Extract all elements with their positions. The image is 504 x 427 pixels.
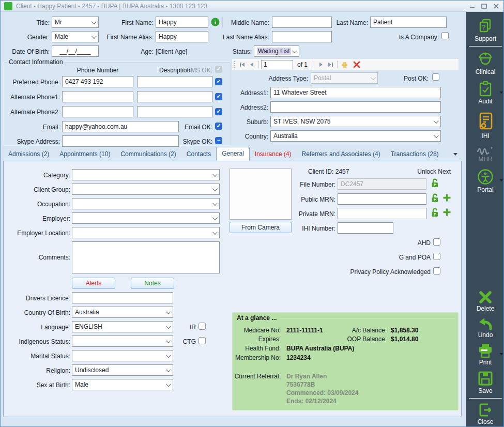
last-record-icon[interactable] (326, 60, 335, 69)
skype-address-field[interactable] (62, 135, 179, 147)
unlock-icon[interactable] (430, 207, 439, 218)
tab-overflow-icon[interactable] (453, 153, 457, 156)
audit-dropdown-icon[interactable] (500, 91, 503, 94)
tab-insurance[interactable]: Insurance (4) (250, 148, 297, 161)
alternate-phone2-description-field[interactable] (137, 106, 212, 117)
ac-balance-label: A/c Balance: (340, 327, 387, 334)
g-and-poa-checkbox[interactable] (433, 253, 440, 260)
audit-button[interactable]: Audit (466, 81, 504, 105)
portal-button[interactable]: Portal (466, 168, 504, 193)
employer-select[interactable] (72, 212, 220, 224)
add-mrn-icon[interactable] (442, 193, 451, 202)
indigenous-status-select[interactable] (72, 335, 173, 347)
close-button[interactable]: Close (466, 402, 504, 425)
marital-status-select[interactable] (72, 350, 173, 361)
country-select[interactable]: Australia (270, 130, 441, 142)
phone-number-column-header: Phone Number (62, 67, 133, 74)
private-mrn-field[interactable] (338, 208, 426, 219)
tab-general[interactable]: General (216, 147, 250, 161)
ahd-checkbox[interactable] (433, 238, 440, 246)
address2-field[interactable] (270, 101, 441, 113)
first-record-icon[interactable] (238, 60, 247, 69)
first-name-field[interactable]: Happy (156, 17, 208, 28)
title-select[interactable]: Mr (52, 17, 99, 28)
first-name-alias-field[interactable]: Happy (156, 31, 208, 42)
unlock-icon[interactable] (430, 193, 439, 203)
close-window-button[interactable] (491, 2, 501, 10)
tab-communications[interactable]: Communications (2) (115, 148, 181, 161)
add-address-icon[interactable] (340, 60, 349, 69)
print-button[interactable]: Print (466, 343, 504, 366)
comments-textarea[interactable] (72, 241, 220, 273)
info-icon[interactable]: i (211, 18, 220, 26)
client-group-select[interactable] (72, 184, 220, 195)
country-of-birth-label: Country Of Birth: (13, 309, 70, 316)
status-select[interactable]: Waiting List (254, 45, 299, 57)
country-of-birth-select[interactable]: Australia (72, 307, 173, 318)
skype-ok-checkbox[interactable] (215, 137, 222, 144)
middle-name-field[interactable] (272, 17, 332, 28)
print-icon (477, 343, 494, 358)
client-photo-placeholder (230, 169, 292, 220)
alternate-phone1-sms-checkbox[interactable] (215, 93, 222, 100)
print-dropdown-icon[interactable] (500, 353, 503, 355)
next-record-icon[interactable] (316, 60, 326, 69)
religion-select[interactable]: Undisclosed (72, 364, 173, 376)
clinical-button[interactable]: Clinical (466, 50, 504, 75)
save-button[interactable]: Save (466, 370, 504, 394)
tab-referrers[interactable]: Referrers and Associates (4) (297, 148, 386, 161)
alternate-phone2-sms-checkbox[interactable] (215, 108, 222, 115)
alternate-phone1-field[interactable] (62, 91, 133, 102)
divider (469, 46, 502, 47)
post-ok-checkbox[interactable] (432, 73, 439, 81)
delete-button[interactable]: Delete (466, 290, 504, 312)
alternate-phone2-field[interactable] (62, 106, 133, 117)
privacy-policy-checkbox[interactable] (433, 267, 440, 274)
employer-location-select[interactable] (72, 227, 220, 238)
suburb-select[interactable]: ST IVES, NSW 2075 (270, 116, 441, 127)
preferred-phone-field[interactable]: 0427 493 192 (62, 76, 133, 87)
public-mrn-field[interactable] (338, 193, 426, 205)
ihi-number-field[interactable] (338, 222, 393, 234)
ihi-button[interactable]: IHI (466, 111, 504, 140)
ir-checkbox[interactable] (198, 323, 206, 330)
gender-select[interactable]: Male (52, 31, 99, 42)
drivers-licence-field[interactable] (72, 292, 173, 303)
tab-transactions[interactable]: Transactions (28) (386, 148, 444, 161)
preferred-phone-description-field[interactable] (137, 76, 212, 87)
address1-field[interactable]: 11 Whatever Street (270, 87, 441, 98)
last-name-field[interactable]: Patient (370, 17, 447, 28)
email-field[interactable]: happy@yahoo.com.au (62, 121, 179, 132)
is-a-company-checkbox[interactable] (441, 32, 449, 39)
last-name-alias-field[interactable] (272, 31, 332, 42)
tab-contacts[interactable]: Contacts (181, 148, 216, 161)
tab-admissions[interactable]: Admissions (2) (3, 148, 54, 161)
ctg-checkbox[interactable] (198, 337, 206, 344)
preferred-phone-sms-checkbox[interactable] (215, 78, 222, 85)
grip-handle-icon[interactable] (234, 61, 236, 68)
dob-field[interactable]: __/__/____ (52, 45, 99, 57)
sex-at-birth-select[interactable]: Male (72, 379, 173, 390)
minimize-button[interactable] (467, 2, 478, 10)
email-ok-checkbox[interactable] (215, 123, 222, 130)
undo-button[interactable]: Undo (466, 316, 504, 339)
language-select[interactable]: ENGLISH (72, 321, 173, 332)
ctg-label: CTG (180, 338, 196, 345)
tab-appointments[interactable]: Appointments (10) (54, 148, 115, 161)
record-number-field[interactable]: 1 (261, 60, 293, 69)
unlock-icon[interactable] (430, 178, 439, 188)
delete-address-icon[interactable] (352, 60, 361, 69)
previous-record-icon[interactable] (247, 60, 256, 69)
category-select[interactable] (72, 169, 220, 180)
from-camera-button[interactable]: From Camera (230, 222, 292, 233)
email-label: Email: (24, 124, 60, 131)
alerts-button[interactable]: Alerts (72, 278, 115, 289)
sms-ok-checkbox (215, 66, 222, 73)
portal-dropdown-icon[interactable] (500, 179, 503, 181)
notes-button[interactable]: Notes (131, 278, 174, 289)
occupation-select[interactable] (72, 198, 220, 209)
support-button[interactable]: ? Support (466, 18, 504, 42)
add-mrn-icon[interactable] (442, 208, 451, 217)
maximize-button[interactable] (479, 2, 489, 10)
alternate-phone1-description-field[interactable] (137, 91, 212, 102)
